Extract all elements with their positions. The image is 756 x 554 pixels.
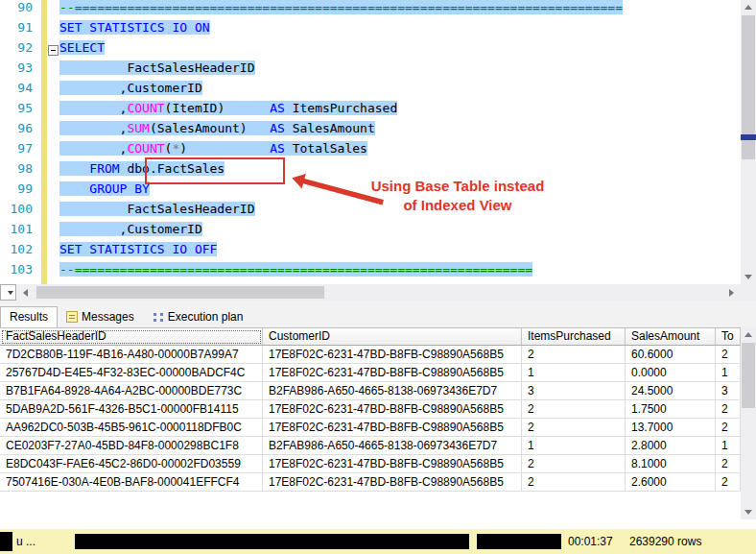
query-elapsed-time: 00:01:37 (568, 535, 613, 548)
grid-cell[interactable]: 0.0000 (626, 364, 716, 382)
grid-cell[interactable]: 2 (522, 455, 626, 473)
grid-header-cell[interactable]: FactSalesHeaderID (0, 328, 263, 346)
redacted-server-info (75, 534, 469, 549)
code-line[interactable]: --======================================… (59, 262, 623, 282)
grid-vertical-scrollbar[interactable] (741, 327, 756, 519)
line-number[interactable]: 100 (0, 202, 38, 222)
code-line[interactable]: ,COUNT(ItemID) AS ItemsPurchased (59, 101, 623, 121)
line-number[interactable]: 93 (0, 60, 38, 81)
grid-header-cell[interactable]: SalesAmount (626, 328, 716, 346)
tab-execution-plan-label: Execution plan (168, 307, 244, 327)
status-bar: u ... 00:01:37 2639290 rows (0, 529, 756, 554)
grid-cell[interactable]: 17E8F02C-6231-47BD-B8FB-C98890A568B5 (263, 346, 522, 364)
tab-execution-plan[interactable]: Execution plan (143, 306, 252, 327)
tab-messages-label: Messages (82, 307, 134, 327)
grid-cell[interactable]: 2 (716, 346, 741, 364)
code-line[interactable]: FactSalesHeaderID (59, 60, 623, 81)
grid-cell[interactable]: 2 (522, 400, 626, 419)
grid-row: 5DAB9A2D-561F-4326-B5C1-00000FB1411517E8… (0, 400, 741, 419)
grid-cell[interactable]: 2 (522, 473, 626, 492)
code-lines[interactable]: --======================================… (59, 0, 623, 282)
code-line[interactable]: SET STATISTICS IO ON (59, 20, 623, 40)
line-number[interactable]: 97 (0, 141, 38, 161)
grid-cell[interactable]: 2 (522, 419, 626, 437)
grid-cell[interactable]: 1.7500 (626, 400, 716, 419)
code-line[interactable]: ,SUM(SalesAmount) AS SalesAmount (59, 121, 623, 141)
grid-cell[interactable]: 1 (522, 437, 626, 455)
row-count: 2639290 rows (629, 535, 701, 548)
grid-cell[interactable]: 25767D4D-E4E5-4F32-83EC-00000BADCF4C (0, 364, 263, 382)
grid-cell[interactable]: 2 (716, 455, 741, 473)
grid-cell[interactable]: 17E8F02C-6231-47BD-B8FB-C98890A568B5 (263, 473, 522, 492)
line-number[interactable]: 96 (0, 121, 38, 141)
grid-cell[interactable]: 17E8F02C-6231-47BD-B8FB-C98890A568B5 (263, 455, 522, 473)
grid-cell[interactable]: 24.5000 (626, 382, 716, 400)
grid-header-cell[interactable]: To (716, 328, 741, 346)
code-line[interactable]: ,CustomerID (59, 81, 623, 101)
grid-cell[interactable]: 3 (522, 382, 626, 400)
line-number[interactable]: 101 (0, 222, 38, 242)
scroll-down-icon[interactable] (741, 270, 756, 284)
grid-cell[interactable]: CE0203F7-27A0-45BD-84F8-0000298BC1F8 (0, 437, 263, 455)
sql-editor[interactable]: 90919293949596979899100101102103 --=====… (0, 0, 756, 284)
line-number[interactable]: 94 (0, 81, 38, 101)
line-number[interactable]: 95 (0, 101, 38, 121)
grid-cell[interactable]: 17E8F02C-6231-47BD-B8FB-C98890A568B5 (263, 419, 522, 437)
line-number[interactable]: 103 (0, 262, 38, 282)
grid-cell[interactable]: 17E8F02C-6231-47BD-B8FB-C98890A568B5 (263, 364, 522, 382)
grid-header-cell[interactable]: ItemsPurchased (522, 328, 626, 346)
grid-scroll-down-icon[interactable] (741, 505, 756, 519)
grid-cell[interactable]: AA962DC0-503B-45B5-961C-0000118DFB0C (0, 419, 263, 437)
grid-cell[interactable]: 1 (716, 364, 741, 382)
grid-cell[interactable]: B7B1FA64-8928-4A64-A2BC-00000BDE773C (0, 382, 263, 400)
line-number[interactable]: 99 (0, 181, 38, 202)
grid-cell[interactable]: 8.1000 (626, 455, 716, 473)
redacted-user-info (477, 534, 561, 549)
grid-cell[interactable]: 2.8000 (626, 437, 716, 455)
scroll-left-icon[interactable] (17, 284, 34, 301)
grid-row: 7D2CB80B-119F-4B16-A480-00000B7A99A717E8… (0, 346, 741, 364)
line-number[interactable]: 92 (0, 40, 38, 60)
grid-scroll-up-icon[interactable] (741, 327, 756, 342)
code-line[interactable]: ,CustomerID (59, 222, 623, 242)
grid-cell[interactable]: 2 (716, 400, 741, 419)
line-number[interactable]: 90 (0, 0, 38, 20)
grid-cell[interactable]: 2 (522, 346, 626, 364)
code-line[interactable]: SET STATISTICS IO OFF (59, 242, 623, 262)
tab-results[interactable]: Results (0, 306, 58, 327)
editor-hscroll-thumb[interactable] (36, 286, 324, 299)
grid-row: AA962DC0-503B-45B5-961C-0000118DFB0C17E8… (0, 419, 741, 437)
grid-cell[interactable]: 7D2CB80B-119F-4B16-A480-00000B7A99A7 (0, 346, 263, 364)
grid-row: 25767D4D-E4E5-4F32-83EC-00000BADCF4C17E8… (0, 364, 741, 382)
results-grid[interactable]: FactSalesHeaderIDCustomerIDItemsPurchase… (0, 327, 741, 492)
grid-cell[interactable]: 2.6000 (626, 473, 716, 492)
grid-cell[interactable]: 13.7000 (626, 419, 716, 437)
grid-cell[interactable]: 2 (716, 419, 741, 437)
grid-cell[interactable]: B2FAB986-A650-4665-8138-06973436E7D7 (263, 382, 522, 400)
grid-cell[interactable]: 2 (716, 473, 741, 492)
line-number[interactable]: 91 (0, 20, 38, 40)
tab-messages[interactable]: Messages (58, 306, 143, 327)
grid-cell[interactable]: 3 (716, 382, 741, 400)
grid-cell[interactable]: 7507416E-030A-4E0B-BAF8-000041EFFCF4 (0, 473, 263, 492)
line-number-gutter[interactable]: 90919293949596979899100101102103 (0, 0, 38, 284)
grid-cell[interactable]: B2FAB986-A650-4665-8138-06973436E7D7 (263, 437, 522, 455)
line-number[interactable]: 98 (0, 161, 38, 181)
grid-cell[interactable]: E8DC043F-FAE6-45C2-86D0-00002FD03559 (0, 455, 263, 473)
zoom-selector[interactable] (0, 284, 16, 301)
grid-cell[interactable]: 17E8F02C-6231-47BD-B8FB-C98890A568B5 (263, 400, 522, 419)
scroll-up-icon[interactable] (741, 0, 756, 14)
editor-bottom-strip (0, 284, 756, 301)
scroll-right-icon[interactable] (723, 284, 740, 301)
code-line[interactable]: --======================================… (59, 0, 623, 20)
grid-vscroll-thumb[interactable] (742, 343, 755, 408)
grid-cell[interactable]: 1 (522, 364, 626, 382)
grid-header-cell[interactable]: CustomerID (263, 328, 522, 346)
grid-cell[interactable]: 5DAB9A2D-561F-4326-B5C1-00000FB14115 (0, 400, 263, 419)
collapse-minus-icon[interactable] (48, 45, 59, 56)
code-line[interactable]: SELECT (59, 40, 623, 60)
grid-cell[interactable]: 60.6000 (626, 346, 716, 364)
editor-vertical-scrollbar[interactable] (741, 0, 756, 284)
line-number[interactable]: 102 (0, 242, 38, 262)
grid-cell[interactable]: 1 (716, 437, 741, 455)
